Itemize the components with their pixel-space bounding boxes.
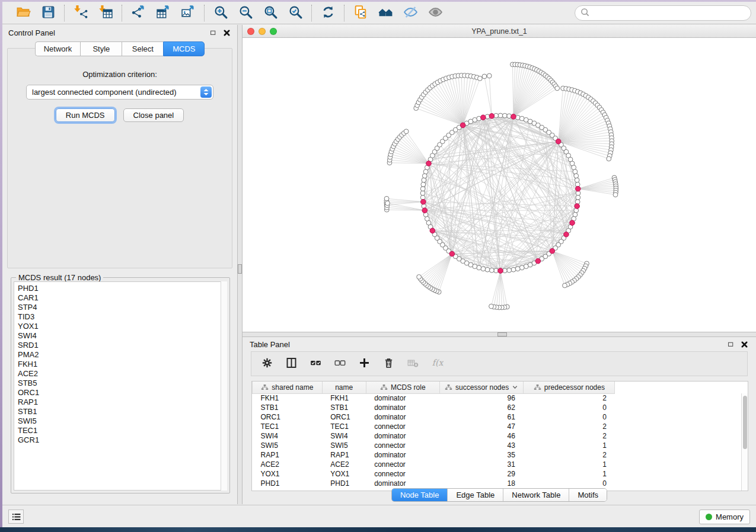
- table-cell[interactable]: FKH1: [253, 393, 323, 403]
- graph-hub-node[interactable]: [449, 251, 455, 257]
- criterion-dropdown[interactable]: largest connected component (undirected): [26, 85, 213, 100]
- splitter-grip[interactable]: [497, 332, 507, 336]
- hide-selected-button[interactable]: [402, 5, 419, 21]
- table-cell[interactable]: TEC1: [322, 422, 366, 431]
- table-cell[interactable]: RAP1: [253, 450, 323, 460]
- toggle-column-panel-button[interactable]: [284, 357, 298, 371]
- mcds-result-item[interactable]: SWI4: [18, 331, 227, 341]
- mcds-list-scrollbar[interactable]: [221, 281, 227, 491]
- table-cell[interactable]: ACE2: [253, 460, 323, 469]
- graph-node[interactable]: [485, 267, 490, 272]
- select-all-checkboxes-button[interactable]: [308, 357, 323, 371]
- float-panel-button[interactable]: [209, 28, 218, 37]
- mcds-result-item[interactable]: YOX1: [18, 322, 227, 331]
- table-cell[interactable]: ORC1: [253, 412, 323, 422]
- export-network-button[interactable]: [130, 5, 146, 21]
- table-row[interactable]: ORC1ORC1dominator610: [253, 412, 748, 422]
- table-cell[interactable]: connector: [366, 441, 439, 450]
- table-cell[interactable]: 1: [524, 460, 615, 469]
- table-row[interactable]: SWI4SWI4dominator462: [253, 431, 748, 441]
- delete-columns-button[interactable]: [381, 357, 395, 371]
- horizontal-splitter[interactable]: [243, 332, 756, 337]
- column-header-predecessor-nodes[interactable]: predecessor nodes: [524, 382, 615, 393]
- mcds-result-item[interactable]: STB5: [18, 379, 227, 388]
- graph-node[interactable]: [385, 201, 390, 206]
- graph-hub-node[interactable]: [564, 232, 569, 237]
- table-cell[interactable]: dominator: [366, 479, 439, 488]
- table-scrollbar-thumb[interactable]: [743, 396, 747, 449]
- table-row[interactable]: ACE2ACE2connector311: [253, 460, 748, 469]
- search-input[interactable]: [593, 8, 745, 17]
- graph-hub-node[interactable]: [460, 123, 465, 128]
- graph-node[interactable]: [498, 113, 503, 118]
- table-cell[interactable]: 1: [524, 469, 615, 479]
- table-row[interactable]: STB1STB1dominator620: [253, 403, 748, 412]
- zoom-in-button[interactable]: [212, 5, 229, 21]
- table-cell[interactable]: SWI5: [322, 441, 366, 450]
- graph-node[interactable]: [507, 268, 512, 273]
- table-cell[interactable]: STB1: [253, 403, 323, 412]
- tab-motifs[interactable]: Motifs: [569, 489, 607, 501]
- graph-hub-node[interactable]: [535, 258, 541, 264]
- graph-node[interactable]: [404, 129, 409, 134]
- table-cell[interactable]: YOX1: [253, 469, 323, 479]
- mcds-result-item[interactable]: SWI5: [18, 416, 227, 426]
- zoom-selected-button[interactable]: [287, 5, 304, 21]
- graph-node[interactable]: [487, 73, 492, 78]
- graph-node[interactable]: [576, 195, 580, 200]
- table-cell[interactable]: connector: [366, 422, 439, 431]
- mcds-result-item[interactable]: TID3: [18, 312, 227, 322]
- deselect-all-checkboxes-button[interactable]: [333, 357, 347, 371]
- table-row[interactable]: YOX1YOX1connector291: [253, 469, 748, 479]
- graph-hub-node[interactable]: [575, 204, 580, 209]
- save-session-button[interactable]: [40, 5, 56, 21]
- graph-node[interactable]: [519, 265, 524, 270]
- mcds-result-item[interactable]: CAR1: [18, 293, 227, 303]
- graph-node[interactable]: [422, 174, 427, 178]
- tab-network[interactable]: Network: [35, 41, 81, 56]
- graph-node[interactable]: [607, 156, 611, 161]
- mcds-result-item[interactable]: ACE2: [18, 369, 227, 379]
- table-cell[interactable]: 0: [524, 403, 615, 412]
- column-header-shared-name[interactable]: shared name: [253, 382, 323, 393]
- graph-node[interactable]: [422, 178, 426, 182]
- search-box[interactable]: [575, 5, 751, 21]
- mcds-result-list[interactable]: PHD1CAR1STP4TID3YOX1SWI4SRD1PMA2FKH1ACE2…: [14, 281, 227, 491]
- graph-hub-node[interactable]: [570, 220, 575, 226]
- graph-node[interactable]: [384, 196, 389, 201]
- tab-network-table[interactable]: Network Table: [503, 489, 569, 501]
- graph-hub-node[interactable]: [575, 186, 580, 191]
- table-cell[interactable]: 35: [439, 450, 524, 460]
- graph-node[interactable]: [477, 76, 482, 81]
- graph-node[interactable]: [511, 267, 516, 272]
- table-cell[interactable]: STB1: [322, 403, 366, 412]
- refresh-view-button[interactable]: [320, 5, 336, 21]
- graph-node[interactable]: [574, 174, 579, 178]
- graph-hub-node[interactable]: [550, 248, 555, 254]
- first-neighbors-button[interactable]: [377, 5, 394, 21]
- table-cell[interactable]: SWI4: [322, 431, 366, 441]
- duplicate-network-button[interactable]: [352, 5, 369, 21]
- graph-hub-node[interactable]: [511, 114, 516, 120]
- column-header-name[interactable]: name: [322, 382, 366, 393]
- create-column-button[interactable]: [357, 357, 371, 371]
- graph-node[interactable]: [482, 74, 487, 79]
- table-cell[interactable]: dominator: [366, 450, 439, 460]
- mcds-result-item[interactable]: STB1: [18, 407, 227, 416]
- mcds-result-item[interactable]: STP4: [18, 303, 227, 312]
- run-mcds-button[interactable]: Run MCDS: [56, 108, 115, 122]
- splitter-grip[interactable]: [238, 264, 242, 274]
- tab-edge-table[interactable]: Edge Table: [448, 489, 503, 501]
- graph-hub-node[interactable]: [422, 208, 428, 213]
- graph-node[interactable]: [489, 268, 494, 273]
- table-cell[interactable]: dominator: [366, 403, 439, 412]
- graph-hub-node[interactable]: [421, 199, 426, 204]
- table-row[interactable]: PHD1PHD1dominator180: [253, 479, 748, 488]
- tab-select[interactable]: Select: [122, 41, 163, 56]
- close-panel-button[interactable]: [740, 340, 749, 349]
- table-cell[interactable]: dominator: [366, 393, 439, 403]
- graph-node[interactable]: [420, 191, 425, 196]
- table-cell[interactable]: 31: [439, 460, 524, 469]
- table-cell[interactable]: ORC1: [322, 412, 366, 422]
- table-cell[interactable]: PHD1: [253, 479, 323, 488]
